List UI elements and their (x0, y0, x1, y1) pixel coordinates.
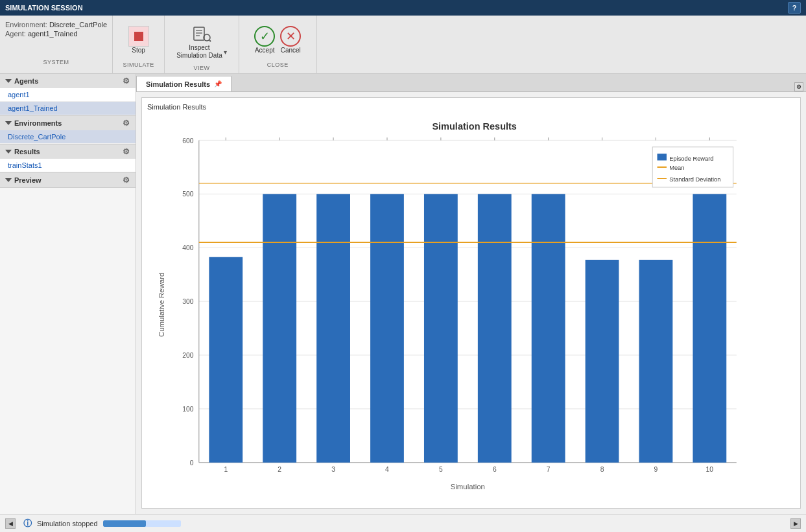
close-label: CLOSE (267, 62, 289, 71)
agents-section: Agents ⚙ agent1 agent1_Trained (0, 74, 136, 116)
toolbar-view-section: InspectSimulation Data ▾ VIEW (165, 16, 239, 73)
status-bar: ◀ ⓘ Simulation stopped ▶ (0, 514, 806, 532)
legend-episode-swatch (658, 154, 667, 160)
simulate-buttons: Stop (120, 18, 158, 62)
scroll-arrows: ▶ (790, 518, 801, 529)
title-bar: SIMULATION SESSION ? (0, 0, 806, 16)
inspect-button[interactable]: InspectSimulation Data ▾ (172, 21, 231, 62)
agent-value: agent1_Trained (28, 30, 78, 38)
agents-header[interactable]: Agents ⚙ (0, 74, 136, 88)
content-area: Simulation Results 📌 ⚙ Simulation Result… (136, 74, 806, 514)
environments-label: Environments (14, 119, 62, 127)
tabs-bar: Simulation Results 📌 ⚙ (136, 74, 806, 92)
svg-text:6: 6 (493, 466, 497, 473)
environments-gear-icon[interactable]: ⚙ (121, 119, 130, 128)
chart-svg: Simulation Results Cumulative Reward Sim… (147, 113, 795, 503)
svg-text:2: 2 (278, 466, 281, 473)
svg-text:200: 200 (182, 352, 194, 359)
accept-icon: ✓ (254, 26, 275, 47)
simulate-label: SIMULATE (123, 62, 154, 71)
svg-text:5: 5 (439, 466, 443, 473)
toolbar: Environment: Discrete_CartPole Agent: ag… (0, 16, 806, 74)
stop-icon (128, 26, 149, 47)
bar-5 (424, 194, 458, 462)
svg-text:4: 4 (385, 466, 389, 473)
environment-row: Environment: Discrete_CartPole (5, 21, 107, 29)
environments-header-left: Environments (5, 119, 62, 127)
bar-9 (639, 260, 673, 463)
svg-text:7: 7 (547, 466, 551, 473)
sidebar-item-agent1[interactable]: agent1 (0, 88, 136, 102)
sidebar-item-discrete-cartpole[interactable]: Discrete_CartPole (0, 130, 136, 144)
close-buttons: ✓ Accept ✕ Cancel (252, 18, 303, 62)
svg-text:400: 400 (182, 244, 194, 251)
stop-button[interactable]: Stop (123, 23, 155, 56)
svg-line-5 (209, 40, 211, 41)
bar-6 (478, 194, 512, 462)
results-gear-icon[interactable]: ⚙ (121, 147, 130, 156)
inspect-label-row: InspectSimulation Data ▾ (176, 44, 227, 60)
chart-section-label: Simulation Results (147, 103, 795, 111)
svg-text:100: 100 (182, 406, 194, 413)
bar-10 (693, 194, 726, 462)
status-progress-fill (103, 520, 146, 527)
agents-gear-icon[interactable]: ⚙ (121, 76, 130, 86)
bar-7 (532, 194, 565, 462)
stop-square (134, 32, 143, 41)
cancel-icon: ✕ (280, 26, 301, 47)
scroll-right-arrow[interactable]: ▶ (790, 518, 801, 529)
agents-label: Agents (14, 77, 38, 85)
panel-settings-icon[interactable]: ⚙ (794, 82, 803, 91)
svg-text:8: 8 (600, 466, 604, 473)
view-label: VIEW (193, 65, 209, 74)
results-label: Results (14, 148, 40, 156)
accept-label: Accept (255, 47, 275, 54)
legend-episode-label: Episode Reward (669, 156, 713, 162)
svg-text:9: 9 (654, 466, 658, 473)
system-section-label: SYSTEM (5, 59, 107, 68)
status-progress-bar (103, 520, 181, 527)
tab-simulation-results[interactable]: Simulation Results 📌 (136, 76, 231, 91)
environments-header[interactable]: Environments ⚙ (0, 116, 136, 130)
bar-4 (370, 194, 404, 462)
tab-label: Simulation Results (146, 80, 210, 88)
inspect-label: InspectSimulation Data (176, 44, 222, 60)
preview-gear-icon[interactable]: ⚙ (121, 176, 130, 185)
preview-header[interactable]: Preview ⚙ (0, 173, 136, 187)
preview-label: Preview (14, 176, 41, 184)
preview-header-left: Preview (5, 176, 41, 184)
environments-section: Environments ⚙ Discrete_CartPole (0, 116, 136, 145)
status-info-icon: ⓘ (23, 518, 32, 529)
svg-text:1: 1 (224, 466, 228, 473)
sidebar-item-agent1trained[interactable]: agent1_Trained (0, 102, 136, 115)
svg-text:0: 0 (190, 459, 194, 467)
scroll-left-arrow[interactable]: ◀ (5, 518, 16, 529)
chart-area: Simulation Results Cumulative Reward Sim… (147, 113, 795, 503)
agents-collapse-icon (5, 79, 12, 83)
y-axis-label: Cumulative Reward (158, 273, 165, 337)
main-layout: Agents ⚙ agent1 agent1_Trained Environme… (0, 74, 806, 514)
accept-button[interactable]: ✓ Accept (254, 26, 275, 54)
bar-8 (586, 260, 619, 463)
toolbar-simulate-section: Stop SIMULATE (113, 16, 165, 73)
agent-row: Agent: agent1_Trained (5, 30, 107, 38)
cancel-button[interactable]: ✕ Cancel (280, 26, 301, 54)
title-label: SIMULATION SESSION (5, 4, 83, 12)
sidebar-item-trainstats1[interactable]: trainStats1 (0, 159, 136, 172)
status-message: Simulation stopped (37, 520, 98, 527)
view-buttons: InspectSimulation Data ▾ (170, 18, 233, 65)
toolbar-close-section: ✓ Accept ✕ Cancel CLOSE (239, 16, 317, 73)
environment-label: Environment: (5, 21, 47, 29)
tab-pin-icon: 📌 (214, 80, 222, 87)
chart-title: Simulation Results (432, 121, 517, 132)
legend-std-label: Standard Deviation (669, 176, 720, 183)
stop-label: Stop (132, 47, 145, 54)
results-section: Results ⚙ trainStats1 (0, 145, 136, 173)
results-collapse-icon (5, 150, 12, 154)
results-header-left: Results (5, 148, 40, 156)
bar-3 (316, 194, 350, 462)
svg-text:3: 3 (331, 466, 335, 473)
help-button[interactable]: ? (788, 2, 801, 14)
legend-mean-label: Mean (669, 165, 684, 171)
results-header[interactable]: Results ⚙ (0, 145, 136, 159)
